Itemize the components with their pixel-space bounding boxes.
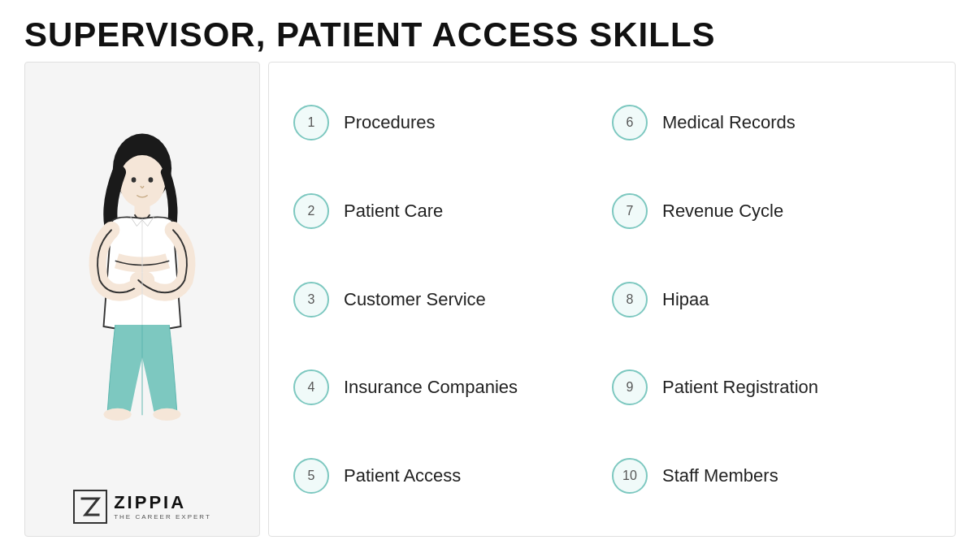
skill-label-10: Staff Members: [662, 465, 778, 486]
zippia-z-icon: [73, 490, 107, 524]
skill-item-7: 7 Revenue Cycle: [612, 187, 930, 235]
svg-point-8: [149, 177, 154, 183]
skill-number-3: 3: [293, 282, 329, 318]
skill-number-6: 6: [612, 105, 648, 140]
skill-label-4: Insurance Companies: [344, 377, 518, 398]
left-panel: ZIPPIA THE CAREER EXPERT: [24, 62, 260, 537]
svg-point-7: [132, 177, 137, 183]
content-area: ZIPPIA THE CAREER EXPERT 1 Procedures 6 …: [24, 62, 956, 537]
skill-item-9: 9 Patient Registration: [612, 363, 930, 412]
skill-label-3: Customer Service: [344, 289, 486, 310]
skill-item-10: 10 Staff Members: [612, 451, 930, 500]
svg-point-1: [119, 155, 166, 208]
skill-number-5: 5: [293, 458, 329, 494]
zippia-tagline: THE CAREER EXPERT: [114, 513, 211, 521]
skill-item-4: 4 Insurance Companies: [293, 363, 612, 412]
skill-item-6: 6 Medical Records: [612, 98, 930, 147]
page: SUPERVISOR, PATIENT ACCESS SKILLS: [0, 0, 980, 553]
svg-point-6: [153, 408, 180, 421]
skill-item-8: 8 Hipaa: [612, 275, 930, 324]
skill-label-6: Medical Records: [662, 112, 796, 133]
skill-number-7: 7: [612, 193, 648, 229]
skill-label-1: Procedures: [344, 112, 436, 133]
skill-label-7: Revenue Cycle: [662, 201, 783, 222]
skill-label-2: Patient Care: [344, 201, 443, 222]
skill-item-3: 3 Customer Service: [293, 275, 612, 324]
skill-label-8: Hipaa: [662, 289, 709, 310]
person-illustration: [61, 79, 223, 482]
page-title: SUPERVISOR, PATIENT ACCESS SKILLS: [24, 16, 956, 54]
skill-number-1: 1: [293, 105, 329, 140]
skill-item-2: 2 Patient Care: [293, 187, 612, 235]
skill-item-1: 1 Procedures: [293, 98, 612, 147]
skill-number-10: 10: [612, 458, 648, 494]
zippia-text: ZIPPIA THE CAREER EXPERT: [114, 494, 211, 521]
svg-point-5: [104, 408, 132, 421]
zippia-logo: ZIPPIA THE CAREER EXPERT: [73, 490, 211, 524]
skill-number-2: 2: [293, 193, 329, 229]
skill-number-9: 9: [612, 369, 648, 405]
skill-item-5: 5 Patient Access: [293, 451, 612, 500]
skill-label-5: Patient Access: [344, 465, 461, 486]
skill-number-8: 8: [612, 282, 648, 318]
skill-number-4: 4: [293, 369, 329, 405]
skills-grid: 1 Procedures 6 Medical Records 2 Patient…: [268, 62, 956, 537]
zippia-name: ZIPPIA: [114, 494, 211, 512]
skill-label-9: Patient Registration: [662, 377, 818, 398]
